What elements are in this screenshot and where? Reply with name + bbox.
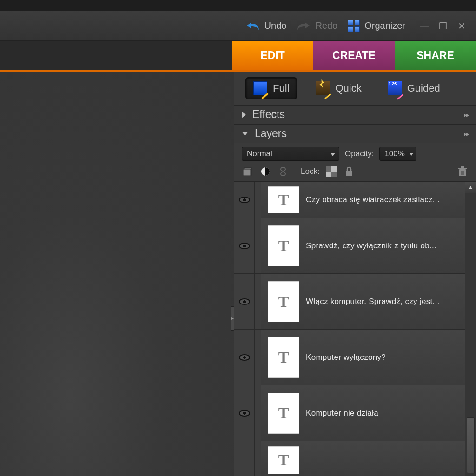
layer-name[interactable]: Komputer nie działa bbox=[306, 409, 465, 418]
quick-icon bbox=[316, 81, 330, 95]
layer-thumbnail[interactable]: T bbox=[268, 186, 299, 213]
submode-guided[interactable]: Guided bbox=[380, 78, 448, 99]
blend-mode-select[interactable]: Normal bbox=[242, 147, 339, 161]
submode-bar: Full Quick Guided bbox=[234, 72, 476, 105]
text-layer-icon: T bbox=[278, 451, 289, 469]
submode-full-label: Full bbox=[273, 82, 289, 94]
layer-thumbnail[interactable]: T bbox=[268, 393, 299, 434]
svg-rect-6 bbox=[326, 166, 331, 172]
undo-icon bbox=[246, 21, 260, 31]
layer-thumbnail[interactable]: T bbox=[268, 281, 299, 322]
opacity-label: Opacity: bbox=[345, 149, 374, 159]
link-col[interactable] bbox=[255, 385, 261, 441]
text-layer-icon: T bbox=[278, 293, 289, 311]
right-panel: Full Quick Guided Effects ▸▸ Layers ▸▸ bbox=[234, 72, 476, 476]
visibility-toggle[interactable] bbox=[239, 354, 250, 361]
redo-button[interactable]: Redo bbox=[297, 20, 337, 31]
organizer-button[interactable]: Organizer bbox=[348, 20, 405, 32]
submode-quick-label: Quick bbox=[335, 82, 361, 94]
trash-icon bbox=[457, 166, 468, 177]
effects-title: Effects bbox=[252, 108, 285, 121]
text-layer-icon: T bbox=[278, 237, 289, 255]
collapse-icon bbox=[242, 112, 246, 118]
link-col[interactable] bbox=[255, 218, 261, 273]
scroll-track[interactable] bbox=[465, 193, 476, 476]
link-col[interactable] bbox=[255, 182, 261, 218]
submode-full[interactable]: Full bbox=[245, 77, 297, 99]
mode-tabs: EDIT CREATE SHARE bbox=[0, 41, 476, 72]
visibility-toggle[interactable] bbox=[239, 243, 250, 249]
text-layer-icon: T bbox=[278, 349, 289, 366]
minimize-button[interactable]: — bbox=[420, 20, 429, 32]
layer-row[interactable]: T Komputer nie działa bbox=[234, 385, 465, 441]
panel-collapse-handle[interactable]: ▸ bbox=[231, 306, 234, 331]
restore-button[interactable]: ❐ bbox=[439, 20, 447, 32]
layer-thumbnail[interactable]: T bbox=[268, 337, 299, 378]
blend-mode-value: Normal bbox=[247, 149, 272, 159]
canvas-area[interactable]: ▸ bbox=[0, 72, 234, 476]
lock-icon bbox=[344, 166, 354, 177]
layer-name[interactable]: Włącz komputer. Sprawdź, czy jest... bbox=[306, 297, 465, 306]
delete-layer-button[interactable] bbox=[456, 165, 469, 178]
scroll-thumb[interactable] bbox=[467, 417, 475, 473]
new-layer-button[interactable] bbox=[242, 165, 254, 178]
svg-rect-7 bbox=[331, 172, 337, 177]
layers-toolbar: Normal Opacity: 100% Lock: bbox=[234, 143, 476, 182]
layer-name[interactable]: Czy obraca się wiatraczek zasilacz... bbox=[306, 195, 465, 205]
expand-icon[interactable]: ▸▸ bbox=[464, 130, 469, 138]
text-layer-icon: T bbox=[278, 404, 289, 422]
expand-icon[interactable]: ▸▸ bbox=[464, 111, 469, 119]
submode-quick[interactable]: Quick bbox=[308, 78, 369, 99]
undo-button[interactable]: Undo bbox=[246, 20, 287, 31]
layer-row[interactable]: T Komputer wyłączony? bbox=[234, 330, 465, 385]
layer-name[interactable]: Sprawdź, czy wyłącznik z tyułu ob... bbox=[306, 241, 465, 251]
layer-row[interactable]: T Włącz komputer. Sprawdź, czy jest... bbox=[234, 274, 465, 330]
svg-rect-1 bbox=[243, 169, 251, 176]
scroll-up-button[interactable]: ▲ bbox=[465, 182, 476, 193]
layers-header[interactable]: Layers ▸▸ bbox=[234, 124, 476, 143]
link-col[interactable] bbox=[255, 441, 261, 476]
tab-share[interactable]: SHARE bbox=[395, 41, 476, 70]
full-icon bbox=[253, 81, 267, 95]
svg-point-3 bbox=[281, 167, 285, 171]
link-col[interactable] bbox=[255, 330, 261, 385]
text-layer-icon: T bbox=[278, 191, 289, 209]
layer-thumbnail[interactable]: T bbox=[268, 225, 299, 266]
layers-list[interactable]: T Czy obraca się wiatraczek zasilacz... … bbox=[234, 182, 465, 476]
adjustment-layer-button[interactable] bbox=[259, 165, 271, 178]
layer-name[interactable]: Komputer wyłączony? bbox=[306, 353, 465, 362]
svg-rect-8 bbox=[346, 171, 352, 176]
title-bar bbox=[0, 0, 476, 11]
visibility-toggle[interactable] bbox=[239, 410, 250, 416]
opacity-value: 100% bbox=[384, 149, 404, 159]
lock-transparency-button[interactable] bbox=[325, 165, 337, 178]
window-controls: — ❐ ✕ bbox=[420, 20, 466, 32]
tab-create[interactable]: CREATE bbox=[313, 41, 395, 70]
opacity-field[interactable]: 100% bbox=[379, 147, 416, 161]
layer-row[interactable]: T Czy obraca się wiatraczek zasilacz... bbox=[234, 182, 465, 218]
layers-scrollbar[interactable]: ▲ bbox=[465, 182, 476, 476]
layer-thumbnail[interactable]: T bbox=[268, 446, 299, 474]
close-button[interactable]: ✕ bbox=[457, 20, 466, 32]
svg-rect-10 bbox=[458, 168, 467, 169]
effects-header[interactable]: Effects ▸▸ bbox=[234, 105, 476, 124]
global-toolbar: Undo Redo Organizer — ❐ ✕ bbox=[0, 11, 476, 41]
lock-all-button[interactable] bbox=[343, 165, 355, 178]
link-col[interactable] bbox=[255, 274, 261, 329]
adjustment-layer-icon bbox=[260, 166, 271, 177]
checker-icon bbox=[326, 166, 337, 177]
layer-row[interactable]: T Sprawdź, czy wyłącznik z tyułu ob... bbox=[234, 218, 465, 274]
organizer-label: Organizer bbox=[364, 20, 405, 31]
layer-row[interactable]: T bbox=[234, 441, 465, 476]
new-layer-icon bbox=[243, 166, 253, 177]
organizer-icon bbox=[348, 20, 360, 32]
link-icon bbox=[278, 166, 288, 177]
svg-point-4 bbox=[281, 172, 285, 176]
visibility-toggle[interactable] bbox=[239, 298, 250, 305]
layers-title: Layers bbox=[255, 127, 287, 140]
link-layers-button[interactable] bbox=[277, 165, 289, 178]
tab-edit[interactable]: EDIT bbox=[232, 41, 313, 70]
visibility-toggle[interactable] bbox=[239, 197, 250, 203]
submode-guided-label: Guided bbox=[407, 82, 440, 94]
svg-rect-11 bbox=[461, 166, 464, 168]
